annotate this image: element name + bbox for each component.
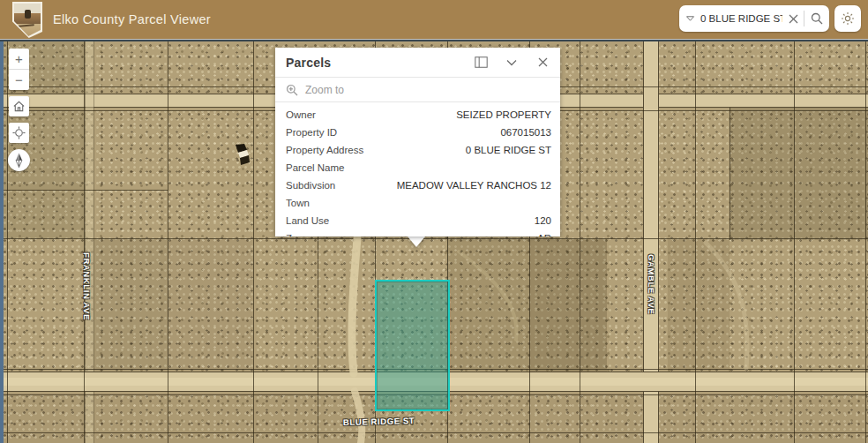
field-value: AR (537, 233, 551, 237)
compass-button[interactable] (8, 149, 30, 171)
compass-needle-icon (13, 153, 25, 168)
parcel-grid-line (794, 40, 795, 443)
selected-parcel-highlight[interactable] (375, 280, 450, 411)
field-row-land-use: Land Use 120 (275, 212, 560, 229)
collapse-popup-button[interactable] (503, 54, 520, 71)
parcel-grid-line (7, 40, 8, 443)
field-label: Parcel Name (286, 162, 344, 173)
close-popup-button[interactable] (534, 54, 551, 71)
clear-search-button[interactable] (782, 5, 804, 32)
display-settings-button[interactable] (834, 5, 861, 32)
sun-icon (841, 11, 855, 26)
terrain-patch (730, 108, 868, 240)
field-row-zone: Zone AR (275, 229, 560, 237)
parcel-grid-line (865, 40, 866, 443)
locate-button[interactable] (9, 123, 29, 143)
field-value: 0 BLUE RIDGE ST (466, 145, 551, 155)
field-value: MEADOW VALLEY RANCHOS 12 (397, 180, 551, 191)
app-title: Elko County Parcel Viewer (53, 12, 211, 26)
terrain-patch (168, 239, 253, 371)
attribute-fields: Owner SEIZED PROPERTY Property ID 067015… (275, 102, 560, 237)
field-row-property-address: Property Address 0 BLUE RIDGE ST (275, 141, 560, 159)
parcel-grid-line (253, 40, 254, 443)
terrain-patch (447, 239, 529, 371)
parcel-grid-line (730, 108, 730, 240)
zoom-to-action[interactable]: Zoom to (275, 77, 560, 102)
field-row-property-id: Property ID 067015013 (275, 124, 560, 141)
terrain-patch (84, 239, 168, 371)
field-value: 067015013 (500, 127, 551, 138)
road-label-blue-ridge-st: BLUE RIDGE ST (343, 416, 415, 427)
field-label: Owner (286, 109, 316, 120)
terrain-patch (529, 239, 607, 373)
field-label: Land Use (286, 215, 329, 226)
parcel-grid-line (168, 40, 168, 443)
zoom-in-button[interactable]: + (9, 49, 29, 69)
popup-callout-arrow (408, 237, 425, 247)
terrain-patch (668, 239, 730, 371)
home-button[interactable] (9, 96, 29, 116)
dock-popup-button[interactable] (472, 54, 490, 71)
field-label: Property ID (286, 127, 337, 138)
header-actions (679, 5, 861, 32)
search-input[interactable] (700, 13, 782, 24)
locate-crosshair-icon (12, 126, 26, 139)
map-top-border (0, 40, 868, 41)
field-label: Town (286, 198, 310, 208)
field-label: Zone (286, 233, 309, 237)
zoom-to-magnifier-icon (286, 84, 298, 96)
field-value: SEIZED PROPERTY (456, 109, 551, 120)
road-label-franklin-ave: FRANKLIN AVE (82, 252, 92, 320)
parcel-grid-line (695, 40, 696, 443)
zoom-to-label: Zoom to (305, 84, 344, 96)
field-label: Property Address (286, 145, 363, 155)
road-label-gamble-ave: GAMBLE AVE (647, 254, 656, 314)
parcel-popup: Parcels Zoo (275, 48, 560, 237)
magnifier-icon (811, 12, 823, 25)
parcel-grid-line (0, 190, 168, 191)
chevron-down-icon (685, 15, 695, 22)
field-value: 120 (535, 215, 551, 226)
parcel-grid-line (580, 40, 580, 443)
search-source-dropdown[interactable] (679, 5, 700, 32)
field-row-subdivision: Subdivsion MEADOW VALLEY RANCHOS 12 (275, 176, 560, 194)
parcel-grid-line (0, 432, 868, 433)
search-box (679, 5, 829, 32)
close-icon (789, 14, 798, 24)
field-row-owner: Owner SEIZED PROPERTY (275, 106, 560, 124)
parcel-grid-line (0, 238, 868, 239)
field-label: Subdivsion (286, 180, 335, 191)
terrain-feature (229, 144, 254, 170)
popup-header: Parcels (275, 48, 560, 77)
field-row-town: Town (275, 194, 560, 212)
parcel-grid-line (84, 40, 85, 443)
popup-title: Parcels (286, 56, 459, 70)
home-icon (12, 100, 26, 113)
field-row-parcel-name: Parcel Name (275, 159, 560, 176)
app-window: FRANKLIN AVE GAMBLE AVE BLUE RIDGE ST + … (0, 0, 868, 443)
zoom-widget: + − (9, 49, 29, 90)
map-edge-strip (0, 40, 4, 443)
search-submit-button[interactable] (804, 5, 829, 32)
zoom-out-button[interactable]: − (9, 70, 29, 90)
